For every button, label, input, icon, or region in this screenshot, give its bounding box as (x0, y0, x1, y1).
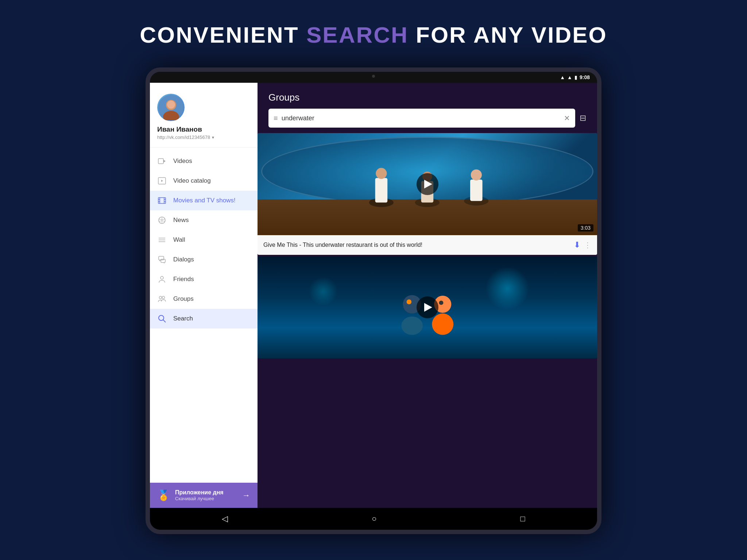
svg-point-36 (401, 316, 423, 335)
svg-point-3 (167, 101, 175, 109)
nav-items: Videos Video catalog Mov (150, 148, 258, 483)
dialogs-icon (157, 255, 167, 264)
play-triangle-2 (424, 303, 432, 312)
tablet-frame: ▲ ▲ ▮ 9:08 (146, 67, 601, 534)
svg-point-24 (162, 296, 165, 299)
status-icons: ▲ ▲ ▮ 9:08 (560, 74, 590, 80)
video-thumbnail-1[interactable]: 3:03 (258, 133, 597, 235)
sidebar-item-videos[interactable]: Videos (150, 151, 258, 171)
app-banner[interactable]: 🏅 Приложение дня Скачивай лучшее → (150, 483, 258, 508)
user-url-text: http://vk.com/id12345678 (157, 135, 210, 140)
title-highlight: SEARCH (306, 22, 409, 47)
svg-line-26 (163, 320, 166, 322)
movies-icon (157, 196, 167, 205)
svg-rect-28 (375, 178, 388, 202)
wall-label: Wall (173, 236, 185, 244)
main-content: Groups ≡ underwater ✕ ⊟ (258, 83, 597, 508)
svg-rect-4 (158, 159, 163, 164)
search-clear-icon[interactable]: ✕ (564, 114, 570, 122)
sidebar-item-video-catalog[interactable]: Video catalog (150, 171, 258, 191)
home-button[interactable]: ○ (372, 514, 376, 524)
video-catalog-label: Video catalog (173, 177, 211, 184)
sidebar-item-dialogs[interactable]: Dialogs (150, 250, 258, 269)
tablet-wrapper: ▲ ▲ ▮ 9:08 (146, 67, 601, 534)
dialogs-label: Dialogs (173, 256, 194, 263)
movies-label: Movies and TV shows! (173, 197, 236, 204)
sidebar-item-groups[interactable]: Groups (150, 289, 258, 309)
page-title: CONVENIENT SEARCH FOR ANY VIDEO (0, 0, 747, 62)
search-label: Search (173, 315, 193, 322)
videos-icon (157, 156, 167, 166)
video-card-2 (258, 256, 597, 358)
section-title: Groups (268, 92, 586, 103)
search-bar[interactable]: ≡ underwater ✕ ⊟ (268, 109, 586, 128)
video-catalog-icon (157, 176, 167, 186)
download-icon-1[interactable]: ⬇ (574, 240, 580, 250)
content-header: Groups ≡ underwater ✕ ⊟ (258, 83, 597, 133)
friends-icon (157, 275, 167, 284)
sidebar: Иван Иванов http://vk.com/id12345678 ▾ (150, 83, 258, 508)
status-time: 9:08 (580, 74, 590, 80)
user-url: http://vk.com/id12345678 ▾ (157, 135, 250, 140)
svg-rect-8 (158, 198, 166, 203)
sidebar-item-news[interactable]: News (150, 210, 258, 230)
banner-text: Приложение дня Скачивай лучшее (175, 489, 224, 501)
video-thumbnail-2[interactable] (258, 256, 597, 358)
wall-icon (157, 235, 167, 245)
aqua-light-2 (309, 277, 338, 306)
play-triangle-1 (424, 180, 432, 188)
camera-dot (372, 75, 375, 78)
video-info-1: Give Me This - This underwater restauran… (258, 235, 597, 255)
recent-button[interactable]: □ (520, 514, 525, 524)
title-part1: CONVENIENT (140, 22, 306, 47)
svg-rect-34 (470, 179, 483, 201)
bottom-nav: ◁ ○ □ (150, 508, 597, 530)
groups-icon (157, 294, 167, 304)
groups-label: Groups (173, 295, 194, 303)
svg-point-25 (159, 315, 164, 320)
back-button[interactable]: ◁ (222, 514, 228, 524)
tablet-right-button (600, 255, 601, 277)
page-background: CONVENIENT SEARCH FOR ANY VIDEO ▲ ▲ ▮ 9:… (0, 0, 747, 560)
video-list: 3:03 Give Me This - This underwater rest… (258, 133, 597, 508)
search-query-text[interactable]: underwater (282, 114, 560, 122)
svg-point-22 (160, 276, 163, 279)
sidebar-item-wall[interactable]: Wall (150, 230, 258, 250)
svg-point-38 (406, 299, 411, 304)
user-profile[interactable]: Иван Иванов http://vk.com/id12345678 ▾ (150, 83, 258, 148)
video-duration-1: 3:03 (578, 224, 593, 232)
svg-point-35 (471, 170, 482, 180)
banner-title: Приложение дня (175, 489, 224, 496)
tablet-left-button (146, 290, 147, 312)
search-input-container: ≡ underwater ✕ (268, 109, 575, 128)
banner-subtitle: Скачивай лучшее (175, 496, 224, 501)
filter-icon[interactable]: ⊟ (580, 113, 586, 123)
dropdown-arrow-icon[interactable]: ▾ (212, 135, 214, 140)
banner-arrow-icon[interactable]: → (242, 491, 250, 500)
more-icon-1[interactable]: ⋮ (584, 241, 591, 249)
sidebar-item-friends[interactable]: Friends (150, 269, 258, 289)
title-part2: FOR ANY VIDEO (409, 22, 607, 47)
play-button-2[interactable] (417, 296, 438, 318)
avatar (157, 94, 185, 121)
svg-marker-7 (161, 180, 163, 182)
app-container: Иван Иванов http://vk.com/id12345678 ▾ (150, 83, 597, 508)
signal-icon: ▲ (567, 74, 572, 80)
news-label: News (173, 217, 189, 224)
sidebar-item-movies[interactable]: Movies and TV shows! (150, 191, 258, 210)
user-name: Иван Иванов (157, 125, 250, 133)
video-card-1: 3:03 Give Me This - This underwater rest… (258, 133, 597, 255)
wifi-icon: ▲ (560, 74, 565, 80)
banner-icon: 🏅 (157, 489, 170, 501)
search-menu-icon[interactable]: ≡ (274, 114, 278, 122)
search-icon (157, 314, 167, 323)
sidebar-item-search[interactable]: Search (150, 309, 258, 328)
news-icon (157, 215, 167, 225)
play-button-1[interactable] (417, 173, 438, 195)
friends-label: Friends (173, 276, 194, 283)
videos-label: Videos (173, 158, 192, 165)
svg-point-39 (432, 314, 453, 335)
svg-point-29 (376, 168, 387, 179)
svg-point-41 (439, 301, 443, 305)
svg-point-23 (159, 296, 162, 299)
